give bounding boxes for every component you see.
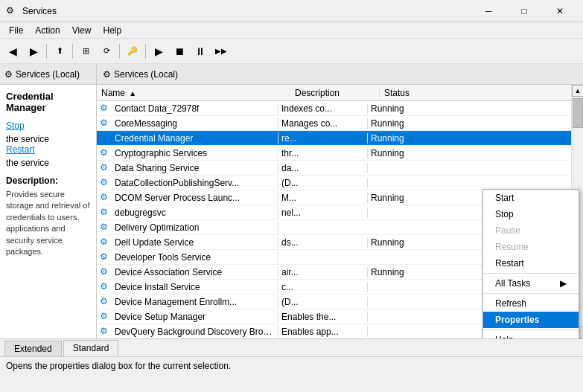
right-panel: ⚙ Services (Local) Name ▲ Description St…	[97, 64, 583, 338]
table-row[interactable]: ⚙ Data Sharing Service da...	[97, 161, 583, 176]
service-icon: ⚙	[100, 296, 112, 308]
toolbar-restart[interactable]: ▶▶	[211, 42, 231, 61]
table-row[interactable]: ⚙ CoreMessaging Manages co... Running	[97, 116, 583, 131]
left-panel: ⚙ Services (Local) Credential Manager St…	[0, 64, 97, 338]
row-name-cell: ⚙ CoreMessaging	[97, 118, 278, 129]
scrollbar-thumb[interactable]	[573, 98, 583, 128]
tab-standard[interactable]: Standard	[63, 340, 119, 356]
close-button[interactable]: ✕	[543, 1, 577, 22]
maximize-button[interactable]: □	[507, 1, 541, 22]
context-menu-separator	[483, 330, 579, 330]
context-menu-item[interactable]: All Tasks ▶	[483, 275, 579, 292]
col-header-status[interactable]: Status	[380, 88, 439, 98]
context-menu-separator	[483, 273, 579, 274]
row-name-cell: ⚙ DataCollectionPublishingServ...	[97, 177, 278, 189]
row-name-cell: ⚙ Device Association Service	[97, 266, 278, 278]
menu-view[interactable]: View	[66, 24, 98, 37]
context-menu-separator	[483, 293, 579, 294]
row-status-cell: Running	[368, 148, 427, 158]
row-desc-cell: Indexes co...	[278, 103, 368, 114]
col-header-desc[interactable]: Description	[290, 88, 380, 98]
service-name: DCOM Server Process Launc...	[115, 193, 240, 203]
service-name: Device Management Enrollm...	[115, 297, 237, 307]
service-detail: Credential Manager Stop the service Rest…	[0, 85, 96, 338]
service-name: DevQuery Background Discovery Broker	[115, 327, 275, 337]
row-status-cell: Running	[368, 118, 427, 129]
row-status-cell: Running	[368, 133, 427, 144]
row-name-cell: ⚙ Contact Data_72978f	[97, 103, 278, 115]
row-desc-cell: Enables the...	[278, 312, 368, 322]
status-bar: Opens the properties dialog box for the …	[0, 356, 583, 374]
stop-service-link[interactable]: Stop	[6, 121, 90, 131]
table-row[interactable]: ⚙ Contact Data_72978f Indexes co... Runn…	[97, 101, 583, 116]
minimize-button[interactable]: ─	[471, 1, 506, 22]
service-icon: ⚙	[100, 266, 112, 278]
toolbar-forward[interactable]: ▶	[24, 42, 43, 61]
description-label: Description:	[6, 176, 90, 186]
toolbar-show-hide[interactable]: ⊞	[76, 42, 95, 61]
right-panel-header: ⚙ Services (Local)	[97, 64, 583, 85]
service-name: Dell Update Service	[115, 237, 194, 248]
context-menu-item[interactable]: Start	[483, 190, 579, 206]
scroll-up-button[interactable]: ▲	[572, 85, 583, 97]
service-icon: ⚙	[100, 207, 112, 219]
context-menu-item: Pause	[483, 222, 579, 239]
table-row[interactable]: ⚙ DataCollectionPublishingServ... (D...	[97, 176, 583, 190]
service-name: CoreMessaging	[115, 118, 177, 129]
context-menu-item[interactable]: Restart	[483, 255, 579, 271]
tab-extended[interactable]: Extended	[4, 341, 62, 356]
service-name: debugregsvc	[115, 208, 166, 218]
submenu-arrow-icon: ▶	[560, 278, 567, 289]
toolbar-back[interactable]: ◀	[3, 42, 22, 61]
service-icon: ⚙	[100, 132, 112, 144]
row-name-cell: ⚙ Delivery Optimization	[97, 222, 278, 234]
toolbar-refresh[interactable]: ⟳	[97, 42, 116, 61]
left-panel-header: ⚙ Services (Local)	[0, 64, 96, 85]
col-header-name[interactable]: Name ▲	[97, 88, 290, 98]
service-name: Device Setup Manager	[115, 312, 206, 322]
menu-bar: File Action View Help	[0, 22, 583, 39]
toolbar-play[interactable]: ▶	[149, 42, 168, 61]
service-name: Device Association Service	[115, 267, 222, 277]
service-icon: ⚙	[100, 326, 112, 338]
context-menu: StartStopPauseResumeRestartAll Tasks ▶Re…	[482, 189, 579, 338]
service-icon: ⚙	[100, 222, 112, 234]
table-row[interactable]: ⚙ Cryptographic Services thr... Running	[97, 146, 583, 161]
toolbar-up[interactable]: ⬆	[50, 42, 69, 61]
title-bar-text: Services	[22, 6, 471, 16]
toolbar-pause[interactable]: ⏸	[191, 42, 210, 61]
toolbar-sep-1	[46, 44, 47, 59]
row-name-cell: ⚙ Device Management Enrollm...	[97, 296, 278, 308]
restart-service-link[interactable]: Restart	[6, 144, 90, 155]
context-menu-item[interactable]: Properties	[483, 312, 579, 328]
menu-action[interactable]: Action	[29, 24, 66, 37]
context-menu-item: Resume	[483, 239, 579, 255]
row-name-cell: ⚙ Device Setup Manager	[97, 311, 278, 323]
table-row[interactable]: ⚙ Credential Manager re... Running	[97, 131, 583, 146]
row-name-cell: ⚙ DCOM Server Process Launc...	[97, 192, 278, 204]
title-bar: ⚙ Services ─ □ ✕	[0, 0, 583, 22]
row-desc-cell: ds...	[278, 237, 368, 248]
context-menu-item[interactable]: Stop	[483, 206, 579, 222]
menu-file[interactable]: File	[3, 24, 29, 37]
row-desc-cell: thr...	[278, 148, 368, 158]
row-desc-cell: air...	[278, 267, 368, 277]
table-header: Name ▲ Description Status	[97, 85, 583, 101]
description-text: Provides secure storage and retrieval of…	[6, 189, 90, 257]
toolbar-key[interactable]: 🔑	[123, 42, 142, 61]
menu-help[interactable]: Help	[98, 24, 128, 37]
row-desc-cell: Manages co...	[278, 118, 368, 129]
sort-arrow: ▲	[129, 89, 136, 97]
service-name: Data Sharing Service	[115, 163, 199, 173]
row-name-cell: ⚙ Device Install Service	[97, 281, 278, 293]
service-icon: ⚙	[100, 237, 112, 248]
row-name-cell: ⚙ Cryptographic Services	[97, 147, 278, 159]
left-panel-title: Services (Local)	[16, 69, 80, 80]
row-status-cell: Running	[368, 193, 427, 203]
service-icon: ⚙	[100, 311, 112, 323]
context-menu-item[interactable]: Refresh	[483, 295, 579, 312]
toolbar-sep-4	[145, 44, 146, 59]
toolbar-stop[interactable]: ⏹	[170, 42, 189, 61]
service-name: DataCollectionPublishingServ...	[115, 178, 239, 188]
context-menu-item[interactable]: Help	[483, 332, 579, 338]
